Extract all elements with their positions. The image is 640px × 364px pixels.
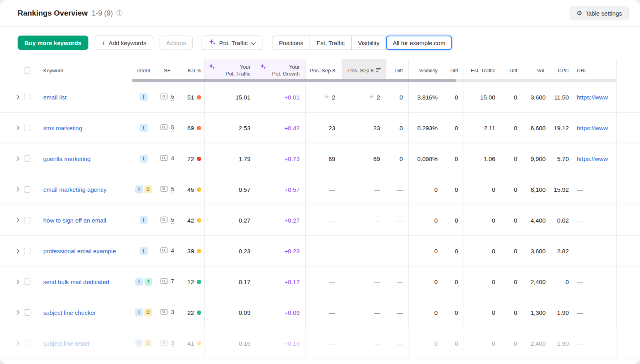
table-settings-button[interactable]: ⚙ Table settings — [570, 6, 629, 20]
row-checkbox[interactable] — [24, 217, 30, 223]
kd-value: 69 — [187, 125, 194, 131]
row-checkbox[interactable] — [24, 125, 30, 131]
checkbox-cell — [22, 82, 33, 112]
buy-more-keywords-button[interactable]: Buy more keywords — [18, 36, 88, 50]
intent-badge-i[interactable]: I — [140, 155, 148, 163]
cpc-value: 1.90 — [557, 340, 569, 347]
horizontal-scrollbar-thumb[interactable] — [132, 79, 456, 82]
result-url-link[interactable]: https://www — [577, 94, 608, 101]
keyword-link[interactable]: how to sign off an email — [43, 216, 106, 225]
est-traffic-cell: 0 — [464, 174, 501, 205]
volume-cell: 8,100 — [523, 174, 549, 205]
est-traffic-diff-cell: 0 — [501, 205, 523, 235]
result-url-link[interactable]: https://www — [577, 155, 608, 162]
intent-badge-i[interactable]: I — [135, 278, 143, 286]
intent-badge-c[interactable]: C — [144, 339, 152, 347]
keyword-link[interactable]: email marketing agency — [43, 185, 106, 194]
table-row: guerilla marketing I 4 72 1.79 +0.73 69 … — [0, 143, 640, 174]
result-url-link[interactable]: — — [577, 278, 583, 285]
cpc-value: 15.92 — [554, 186, 569, 193]
intent-badge-i[interactable]: I — [135, 339, 143, 347]
keyword-link[interactable]: subject line checker — [43, 308, 96, 317]
kd-value: 12 — [187, 278, 194, 285]
row-checkbox[interactable] — [24, 309, 30, 316]
row-checkbox[interactable] — [24, 340, 30, 346]
view-toggle-all-domain[interactable]: All for example.com — [386, 36, 452, 50]
row-expander-chevron-icon[interactable] — [15, 155, 21, 163]
row-expander-chevron-icon[interactable] — [15, 124, 21, 132]
position-diff-cell: — — [386, 267, 409, 297]
add-keywords-button[interactable]: + Add keywords — [95, 36, 153, 50]
keyword-link[interactable]: send bulk mail dedicated — [43, 278, 109, 286]
est-traffic-value: 0 — [492, 278, 495, 285]
serp-features-count[interactable]: 4 — [171, 155, 174, 162]
horizontal-scrollbar[interactable] — [132, 79, 617, 82]
info-icon[interactable]: ⓘ — [116, 10, 122, 17]
result-url-link[interactable]: — — [577, 309, 583, 316]
col-header-est-traffic: Est. Traffic — [464, 59, 501, 82]
intent-badge-c[interactable]: C — [144, 308, 152, 316]
view-toggle-est-traffic[interactable]: Est. Traffic — [310, 36, 352, 50]
row-checkbox[interactable] — [24, 94, 30, 100]
row-checkbox[interactable] — [24, 155, 30, 162]
result-url-link[interactable]: https://www — [577, 125, 608, 131]
pot-growth-cell: +0.16 — [256, 328, 306, 358]
serp-features-cell: 5 — [155, 113, 179, 143]
intent-badge-i[interactable]: I — [135, 185, 143, 193]
position-b-value: 2 — [377, 94, 380, 101]
metric-selector-dropdown[interactable]: Pot. Traffic — [202, 36, 262, 50]
keyword-link[interactable]: guerilla marketing — [43, 155, 90, 163]
position-a-value: — — [329, 186, 335, 193]
row-expander-chevron-icon[interactable] — [15, 339, 21, 347]
serp-features-count[interactable]: 3 — [171, 340, 174, 347]
row-expander-chevron-icon[interactable] — [15, 185, 21, 193]
intent-badge-t[interactable]: T — [144, 278, 152, 286]
keyword-link[interactable]: subject line tester — [43, 339, 90, 348]
serp-features-count[interactable]: 5 — [171, 186, 174, 193]
est-traffic-cell: 0 — [464, 267, 501, 297]
pot-growth-cell: +0.17 — [256, 267, 306, 297]
row-expander-chevron-icon[interactable] — [15, 247, 21, 255]
cpc-cell: 11.50 — [549, 82, 572, 112]
row-expander-chevron-icon[interactable] — [15, 278, 21, 286]
result-url-link[interactable]: — — [577, 186, 583, 193]
keyword-link[interactable]: sms marketing — [43, 124, 82, 132]
serp-feature-position-icon — [324, 94, 330, 101]
intent-badge-c[interactable]: C — [144, 185, 152, 193]
est-traffic-value: 0 — [492, 248, 495, 255]
result-url-link[interactable]: — — [577, 217, 583, 224]
result-url-link[interactable]: — — [577, 340, 583, 347]
serp-features-count[interactable]: 7 — [171, 278, 174, 285]
serp-features-count[interactable]: 5 — [171, 93, 174, 101]
intent-badge-i[interactable]: I — [135, 308, 143, 316]
actions-button[interactable]: Actions — [160, 36, 193, 50]
pot-traffic-cell: 0.17 — [205, 267, 256, 297]
intent-badge-i[interactable]: I — [140, 93, 148, 101]
keyword-link[interactable]: email list — [43, 93, 66, 101]
visibility-cell: 0.098% — [409, 143, 443, 174]
row-checkbox[interactable] — [24, 248, 30, 254]
serp-features-count[interactable]: 5 — [171, 124, 174, 131]
view-toggle-positions[interactable]: Positions — [272, 36, 310, 50]
visibility-diff-cell: 0 — [443, 328, 464, 358]
row-checkbox[interactable] — [24, 186, 30, 193]
row-checkbox[interactable] — [24, 278, 30, 285]
col-header-cpc: CPC — [549, 59, 572, 82]
row-expander-chevron-icon[interactable] — [15, 216, 21, 224]
select-all-checkbox[interactable] — [24, 67, 30, 74]
serp-features-count[interactable]: 4 — [171, 247, 174, 255]
keyword-link[interactable]: professional email example — [43, 247, 116, 255]
serp-features-count[interactable]: 5 — [171, 217, 174, 224]
visibility-value: 0 — [434, 309, 438, 316]
intent-badge-i[interactable]: I — [140, 124, 148, 132]
intent-badge-i[interactable]: I — [140, 216, 148, 224]
keyword-cell: email list — [33, 82, 132, 112]
serp-features-count[interactable]: 3 — [171, 309, 174, 316]
col-header-pos-sep8-b-sorted[interactable]: Pos. Sep 8 — [342, 59, 386, 82]
result-url-link[interactable]: — — [577, 248, 583, 255]
view-toggle-visibility[interactable]: Visibility — [351, 36, 386, 50]
row-expander-chevron-icon[interactable] — [15, 93, 21, 101]
row-expander-chevron-icon[interactable] — [15, 308, 21, 316]
col-header-your-pot-growth: Your Pot. Growth — [256, 59, 306, 82]
intent-badge-i[interactable]: I — [140, 247, 148, 255]
